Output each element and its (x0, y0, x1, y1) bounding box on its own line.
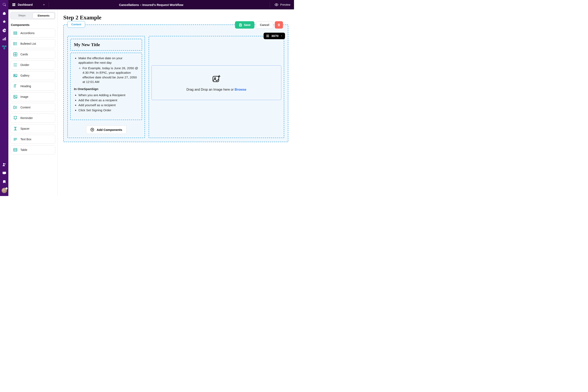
cancel-button[interactable]: Cancel (256, 21, 273, 28)
image-icon (13, 94, 18, 99)
plus-circle-icon (90, 128, 94, 132)
svg-rect-5 (2, 46, 4, 47)
bell-icon (13, 116, 18, 120)
dropzone-text: Drag and Drop an Image here or Browse (186, 88, 246, 92)
list-icon (13, 42, 18, 46)
component-content[interactable]: Content (10, 103, 55, 112)
preview-button[interactable]: Preview (270, 2, 290, 7)
accordion-icon (13, 31, 18, 35)
svg-point-9 (4, 163, 6, 164)
dashboard-label: Dashboard (18, 3, 33, 6)
svg-rect-46 (240, 25, 241, 26)
svg-point-32 (14, 96, 15, 97)
svg-rect-48 (268, 35, 269, 37)
cards-icon (13, 52, 18, 56)
step-heading: Step 2 Example (63, 14, 288, 21)
component-bulleted-list[interactable]: Bulleted List (10, 39, 55, 48)
title-component[interactable]: My New Title (70, 39, 142, 51)
component-accordions[interactable]: Accordions (10, 28, 55, 38)
caret-down-icon (280, 35, 282, 37)
component-gallery[interactable]: Gallery (10, 71, 55, 80)
svg-rect-6 (5, 46, 6, 47)
delete-button[interactable] (275, 21, 283, 28)
component-spacer[interactable]: Spacer (10, 124, 55, 133)
svg-point-53 (214, 78, 216, 79)
component-heading[interactable]: Heading (10, 82, 55, 91)
content-block[interactable]: Content Save Cancel (63, 24, 288, 142)
home-icon[interactable] (2, 10, 7, 16)
svg-rect-45 (240, 24, 241, 24)
grid-icon (12, 3, 16, 6)
svg-rect-7 (4, 48, 5, 49)
components-heading: Components (10, 23, 55, 26)
save-button[interactable]: Save (235, 21, 254, 28)
feedback-icon[interactable] (2, 171, 7, 176)
pie-chart-icon[interactable] (2, 28, 7, 33)
component-reminder[interactable]: Reminder (10, 114, 55, 122)
trash-icon (277, 23, 280, 26)
panel-tabs: Steps Elements (10, 12, 55, 20)
tab-elements[interactable]: Elements (33, 13, 54, 18)
page-title: Cancellations – Insured's Request Workfl… (8, 3, 294, 6)
table-icon (13, 148, 18, 152)
divider-icon (13, 63, 18, 67)
svg-point-19 (14, 44, 14, 44)
tab-steps[interactable]: Steps (11, 13, 33, 18)
right-column[interactable]: Drag and Drop an Image here or Browse (149, 36, 284, 138)
text-component[interactable]: Make the effective date on your applicat… (70, 53, 142, 120)
search-icon[interactable] (2, 2, 7, 7)
svg-point-17 (14, 42, 14, 43)
block-title-text: My New Title (74, 42, 138, 47)
left-column[interactable]: My New Title Make the effective date on … (68, 36, 145, 138)
svg-rect-4 (5, 37, 6, 40)
svg-point-8 (3, 163, 4, 164)
component-cards[interactable]: Cards (10, 50, 55, 59)
svg-rect-52 (213, 76, 219, 82)
svg-rect-3 (4, 38, 4, 40)
svg-point-14 (276, 4, 277, 5)
component-image[interactable]: Image (10, 92, 55, 101)
column-ratio-selector[interactable]: 30/70 (264, 33, 285, 39)
svg-rect-33 (14, 106, 15, 109)
editor-canvas: Step 2 Example Content Save Cancel (58, 10, 294, 196)
textbox-icon (13, 137, 18, 142)
add-components-button[interactable]: Add Components (86, 125, 126, 134)
svg-point-13 (14, 5, 15, 6)
image-dropzone[interactable]: Drag and Drop an Image here or Browse (152, 65, 281, 100)
top-bar: Dashboard Cancellations – Insured's Requ… (8, 0, 294, 10)
workflow-icon[interactable] (2, 45, 7, 50)
columns-icon (266, 34, 269, 38)
browse-link[interactable]: Browse (234, 88, 246, 91)
svg-rect-15 (14, 32, 17, 33)
svg-line-1 (5, 5, 6, 6)
preview-label: Preview (280, 3, 290, 6)
component-text-box[interactable]: Text Box (10, 135, 55, 144)
content-icon (13, 105, 18, 110)
eye-icon (274, 3, 278, 7)
user-avatar[interactable] (2, 188, 7, 193)
svg-rect-42 (14, 148, 17, 152)
chat-icon[interactable] (2, 179, 7, 184)
component-divider[interactable]: Divider (10, 60, 55, 70)
users-icon[interactable] (2, 162, 7, 167)
svg-rect-10 (12, 3, 14, 4)
gallery-icon (13, 73, 18, 78)
subsection-label: In OneSpanSign (74, 87, 138, 91)
save-icon (239, 23, 242, 26)
svg-rect-12 (12, 5, 14, 6)
svg-rect-2 (3, 39, 3, 40)
component-table[interactable]: Table (10, 145, 55, 154)
dashboard-dropdown[interactable]: Dashboard (12, 3, 45, 6)
bar-chart-icon[interactable] (2, 36, 7, 41)
svg-rect-16 (14, 34, 17, 34)
svg-point-21 (14, 44, 14, 45)
svg-rect-47 (267, 35, 268, 37)
spacer-icon (13, 126, 18, 131)
svg-rect-31 (14, 95, 17, 98)
heading-icon (13, 84, 18, 88)
svg-point-0 (3, 3, 5, 6)
image-upload-icon (212, 74, 221, 83)
content-tab[interactable]: Content (68, 21, 85, 28)
star-icon[interactable] (2, 19, 7, 24)
chevron-down-icon (42, 3, 45, 6)
